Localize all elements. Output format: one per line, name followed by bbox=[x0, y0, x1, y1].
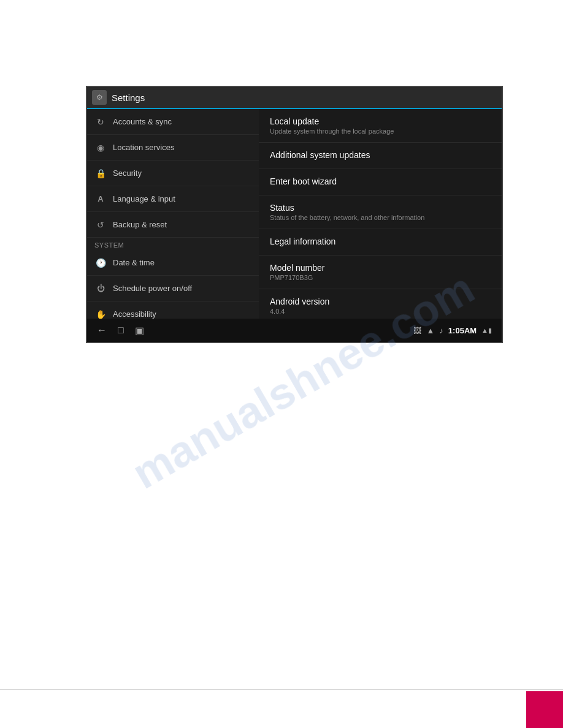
tablet-screenshot: ⚙ Settings ↻ Accounts & sync ◉ Location … bbox=[86, 86, 503, 343]
model-number-value: PMP7170B3G bbox=[270, 274, 491, 281]
legal-information-title: Legal information bbox=[270, 237, 491, 246]
sidebar-item-accounts-sync[interactable]: ↻ Accounts & sync bbox=[87, 109, 259, 135]
sidebar-item-accessibility[interactable]: ✋ Accessibility bbox=[87, 301, 259, 319]
clock-display: 1:05AM bbox=[448, 326, 477, 335]
enter-boot-wizard-title: Enter boot wizard bbox=[270, 176, 491, 186]
status-bar-right: 🖼 ▲ ♪ 1:05AM ▲▮ bbox=[413, 326, 492, 335]
location-services-icon: ◉ bbox=[94, 142, 107, 154]
photo-status-icon: 🖼 bbox=[413, 326, 421, 335]
sidebar-label-language-input: Language & input bbox=[113, 194, 175, 203]
additional-system-updates-title: Additional system updates bbox=[270, 150, 491, 160]
android-version-title: Android version bbox=[270, 297, 491, 306]
android-version-value: 4.0.4 bbox=[270, 308, 491, 315]
sidebar-label-accounts-sync: Accounts & sync bbox=[113, 117, 172, 126]
sidebar-item-language-input[interactable]: A Language & input bbox=[87, 186, 259, 212]
sidebar-item-date-time[interactable]: 🕐 Date & time bbox=[87, 250, 259, 276]
bottom-bar: ← □ ▣ 🖼 ▲ ♪ 1:05AM ▲▮ bbox=[87, 319, 502, 342]
date-time-icon: 🕐 bbox=[94, 257, 107, 269]
bottom-divider bbox=[0, 689, 563, 690]
sidebar-label-security: Security bbox=[113, 169, 142, 178]
right-item-additional-system-updates[interactable]: Additional system updates bbox=[259, 143, 502, 169]
sound-status-icon: ♪ bbox=[439, 326, 443, 335]
right-panel: Local update Update system through the l… bbox=[259, 109, 502, 319]
accessibility-icon: ✋ bbox=[94, 308, 107, 319]
right-item-enter-boot-wizard[interactable]: Enter boot wizard bbox=[259, 169, 502, 195]
backup-reset-icon: ↺ bbox=[94, 219, 107, 231]
right-item-local-update[interactable]: Local update Update system through the l… bbox=[259, 109, 502, 143]
settings-icon: ⚙ bbox=[92, 90, 107, 105]
sidebar: ↻ Accounts & sync ◉ Location services 🔒 … bbox=[87, 109, 259, 319]
pink-corner-decoration bbox=[526, 691, 563, 728]
schedule-power-icon: ⏻ bbox=[94, 282, 107, 295]
local-update-title: Local update bbox=[270, 116, 491, 126]
sidebar-label-location-services: Location services bbox=[113, 143, 174, 152]
right-item-model-number[interactable]: Model number PMP7170B3G bbox=[259, 256, 502, 289]
nav-buttons: ← □ ▣ bbox=[97, 325, 144, 336]
system-section-label: SYSTEM bbox=[87, 238, 259, 250]
home-button[interactable]: □ bbox=[118, 325, 124, 336]
sidebar-label-schedule-power: Schedule power on/off bbox=[113, 284, 192, 293]
right-item-android-version[interactable]: Android version 4.0.4 bbox=[259, 289, 502, 319]
security-icon: 🔒 bbox=[94, 167, 107, 180]
sidebar-item-location-services[interactable]: ◉ Location services bbox=[87, 135, 259, 161]
content-area: ↻ Accounts & sync ◉ Location services 🔒 … bbox=[87, 109, 502, 319]
sidebar-item-security[interactable]: 🔒 Security bbox=[87, 161, 259, 186]
warning-status-icon: ▲ bbox=[426, 326, 434, 335]
back-button[interactable]: ← bbox=[97, 325, 107, 336]
right-item-legal-information[interactable]: Legal information bbox=[259, 229, 502, 256]
sidebar-label-accessibility: Accessibility bbox=[113, 309, 156, 319]
title-bar: ⚙ Settings bbox=[87, 87, 502, 109]
status-title: Status bbox=[270, 203, 491, 213]
language-input-icon: A bbox=[94, 193, 107, 205]
sidebar-item-backup-reset[interactable]: ↺ Backup & reset bbox=[87, 212, 259, 238]
sidebar-label-date-time: Date & time bbox=[113, 258, 155, 267]
accounts-sync-icon: ↻ bbox=[94, 116, 107, 128]
recents-button[interactable]: ▣ bbox=[135, 325, 144, 336]
model-number-title: Model number bbox=[270, 263, 491, 273]
local-update-subtitle: Update system through the local package bbox=[270, 127, 491, 135]
sidebar-label-backup-reset: Backup & reset bbox=[113, 220, 167, 229]
signal-icon: ▲▮ bbox=[481, 327, 492, 335]
sidebar-item-schedule-power[interactable]: ⏻ Schedule power on/off bbox=[87, 276, 259, 301]
settings-title: Settings bbox=[112, 93, 145, 103]
status-subtitle: Status of the battery, network, and othe… bbox=[270, 214, 491, 221]
right-item-status[interactable]: Status Status of the battery, network, a… bbox=[259, 195, 502, 229]
